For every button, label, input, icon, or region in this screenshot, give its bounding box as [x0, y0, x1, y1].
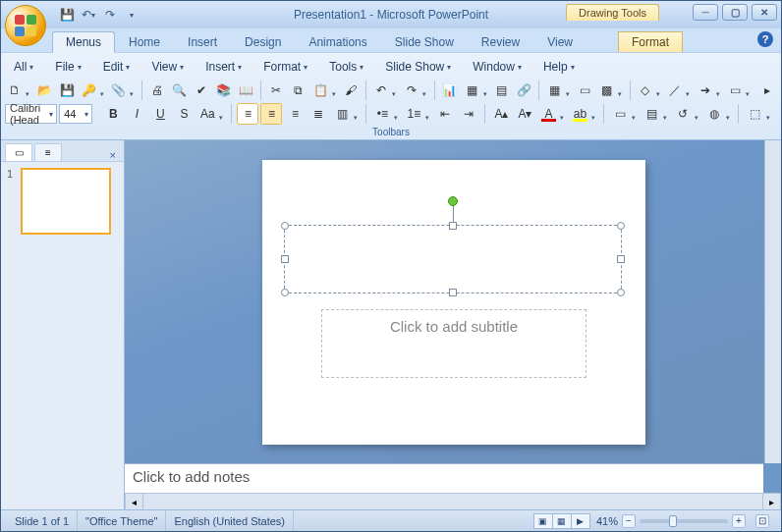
menu-format[interactable]: Format ▾ [254, 57, 316, 77]
chart-icon[interactable]: 📊 [440, 80, 460, 101]
title-placeholder-selected[interactable] [284, 225, 622, 293]
thesaurus-icon[interactable]: 📖 [236, 80, 255, 101]
ribbon-tab-review[interactable]: Review [468, 31, 533, 52]
save-icon[interactable]: 💾 [57, 80, 77, 101]
ribbon-tab-home[interactable]: Home [115, 31, 174, 52]
redo-icon[interactable]: ↷ [401, 80, 428, 101]
spellcheck-icon[interactable]: ✔ [192, 80, 211, 101]
zoom-percent[interactable]: 41% [596, 515, 618, 527]
expand-icon[interactable]: ▸ [756, 80, 776, 101]
align-left-icon[interactable]: ≡ [237, 103, 258, 125]
bullets-icon[interactable]: •≡ [371, 103, 401, 125]
fit-window-button[interactable]: ⊡ [755, 514, 769, 528]
menu-slide-show[interactable]: Slide Show ▾ [376, 57, 460, 77]
status-theme[interactable]: "Office Theme" [78, 510, 166, 531]
menu-tools[interactable]: Tools ▾ [320, 57, 372, 77]
ribbon-tab-insert[interactable]: Insert [174, 31, 231, 52]
qat-save-icon[interactable]: 💾 [58, 6, 76, 24]
open-icon[interactable]: 📂 [34, 80, 54, 101]
line-icon[interactable]: ／ [665, 80, 693, 101]
rect-icon[interactable]: ▭ [725, 80, 753, 101]
group-icon[interactable]: ⬚ [775, 103, 782, 125]
menu-view[interactable]: View ▾ [142, 57, 193, 77]
subtitle-placeholder[interactable]: Click to add subtitle [321, 309, 586, 378]
decrease-indent-icon[interactable]: ⇤ [434, 103, 456, 125]
resize-handle[interactable] [617, 222, 625, 230]
ribbon-tab-slide-show[interactable]: Slide Show [381, 31, 468, 52]
reset-icon[interactable]: ↺ [672, 103, 701, 125]
resize-handle[interactable] [449, 222, 457, 230]
menu-file[interactable]: File ▾ [46, 57, 89, 77]
change-case-icon[interactable]: Aa [196, 103, 226, 125]
columns-icon[interactable]: ▥ [331, 103, 361, 125]
menu-edit[interactable]: Edit ▾ [94, 57, 140, 77]
text-box-icon[interactable]: ▭ [575, 80, 594, 101]
cut-icon[interactable]: ✂ [266, 80, 286, 101]
table-icon[interactable]: ▦ [462, 80, 489, 101]
resize-handle[interactable] [281, 222, 289, 230]
close-button[interactable]: ✕ [752, 4, 777, 21]
ribbon-tab-format[interactable]: Format [618, 31, 683, 52]
undo-icon[interactable]: ↶ [371, 80, 399, 101]
menu-insert[interactable]: Insert ▾ [196, 57, 251, 77]
resize-handle[interactable] [617, 289, 625, 296]
underline-icon[interactable]: U [149, 103, 171, 125]
status-slide-info[interactable]: Slide 1 of 1 [7, 510, 78, 531]
insert-table-icon[interactable]: ▤ [492, 80, 512, 101]
hyperlink-icon[interactable]: 🔗 [514, 80, 533, 101]
bold-icon[interactable]: B [102, 103, 124, 125]
ribbon-tab-menus[interactable]: Menus [52, 31, 115, 53]
zoom-slider-thumb[interactable] [669, 515, 677, 527]
outline-tab[interactable]: ≡ [34, 143, 62, 161]
increase-indent-icon[interactable]: ⇥ [458, 103, 479, 125]
status-language[interactable]: English (United States) [166, 510, 294, 531]
resize-handle[interactable] [617, 255, 625, 263]
permission-icon[interactable]: 🔑 [79, 80, 106, 101]
horizontal-scrollbar[interactable]: ◂ ▸ [125, 493, 781, 509]
print-preview-icon[interactable]: 🔍 [170, 80, 190, 101]
help-icon[interactable]: ? [757, 31, 773, 47]
slide[interactable]: Click to add subtitle [262, 160, 645, 445]
ribbon-tab-animations[interactable]: Animations [295, 31, 380, 52]
paste-icon[interactable]: 📋 [310, 80, 338, 101]
font-size-combo[interactable]: 44 [59, 104, 92, 124]
minimize-button[interactable]: ─ [693, 4, 718, 21]
text-shadow-icon[interactable]: S [173, 103, 195, 125]
qat-undo-icon[interactable]: ↶▾ [80, 6, 97, 24]
align-justify-icon[interactable]: ≣ [307, 103, 329, 125]
align-center-icon[interactable]: ≡ [260, 103, 282, 125]
table-format-icon[interactable]: ▦ [544, 80, 572, 101]
numbering-icon[interactable]: 1≡ [403, 103, 432, 125]
print-icon[interactable]: 🖨 [147, 80, 167, 101]
copy-icon[interactable]: ⧉ [289, 80, 308, 101]
highlight-icon[interactable]: ab [569, 103, 598, 125]
shapes-icon[interactable]: ◇ [636, 80, 663, 101]
ribbon-tab-design[interactable]: Design [231, 31, 295, 52]
grow-font-icon[interactable]: A▴ [490, 103, 512, 125]
slide-thumbnail[interactable] [21, 168, 111, 235]
qat-customize-icon[interactable]: ▾ [123, 6, 140, 24]
arrange-icon[interactable]: ⬚ [744, 103, 773, 125]
layout-icon[interactable]: ▤ [641, 103, 670, 125]
zoom-in-button[interactable]: + [732, 514, 746, 528]
notes-pane[interactable]: Click to add notes [125, 463, 763, 493]
maximize-button[interactable]: ▢ [722, 4, 748, 21]
slides-tab[interactable]: ▭ [5, 143, 32, 161]
vertical-scrollbar[interactable] [764, 140, 781, 463]
prev-slide-button[interactable]: ◂ [125, 494, 142, 510]
research-icon[interactable]: 📚 [213, 80, 233, 101]
resize-handle[interactable] [449, 289, 457, 296]
slideshow-view-button[interactable]: ▶ [571, 513, 590, 529]
arrow-icon[interactable]: ➔ [695, 80, 722, 101]
slide-stage[interactable]: Click to add subtitle [125, 140, 781, 463]
resize-handle[interactable] [281, 289, 289, 296]
rotation-handle[interactable] [448, 196, 458, 206]
shrink-font-icon[interactable]: A▾ [514, 103, 535, 125]
grid-icon[interactable]: ▩ [596, 80, 624, 101]
align-right-icon[interactable]: ≡ [284, 103, 306, 125]
italic-icon[interactable]: I [126, 103, 147, 125]
resize-handle[interactable] [281, 255, 289, 263]
zoom-slider[interactable] [640, 519, 728, 523]
format-painter-icon[interactable]: 🖌 [341, 80, 361, 101]
new-slide-icon[interactable]: ▭ [609, 103, 639, 125]
